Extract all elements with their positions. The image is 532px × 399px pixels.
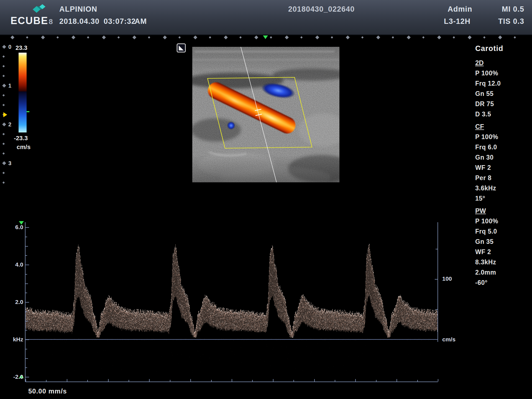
axis-tick: [25, 349, 27, 349]
param-item: 15°: [475, 195, 531, 205]
param-item: -60°: [475, 279, 531, 289]
spectral-axis-label: 4.0: [7, 261, 23, 268]
ruler-tick: [117, 36, 120, 39]
param-item: 8.3kHz: [475, 259, 531, 269]
axis-tick: [149, 379, 150, 382]
spectral-baseline: [25, 339, 438, 340]
param-section-title: PW: [475, 207, 531, 218]
axis-tick: [67, 379, 67, 382]
axis-tick: [25, 274, 27, 275]
ruler-tick: [57, 36, 59, 39]
ruler-tick: [331, 36, 333, 39]
axis-tick: [129, 380, 129, 382]
ruler-tick: [26, 36, 28, 39]
ruler-tick: [71, 35, 75, 39]
axis-tick: [335, 380, 335, 382]
param-item: P 100%: [475, 133, 531, 144]
ruler-tick: [392, 36, 394, 39]
depth-ruler-tick: [2, 75, 5, 77]
axis-tick: [25, 302, 29, 303]
axis-tick: [376, 380, 377, 382]
color-scale-max: 23.3: [16, 44, 27, 52]
depth-ruler-tick: [2, 122, 6, 126]
ruler-tick: [437, 35, 441, 39]
ruler-tick: [422, 36, 424, 39]
study-id: 20180430_022640: [288, 5, 355, 14]
axis-tick: [25, 321, 28, 321]
ruler-tick: [407, 35, 411, 39]
ruler-tick: [300, 36, 303, 39]
mi-value: MI 0.5: [502, 5, 524, 14]
axis-tick: [211, 380, 212, 382]
axis-tick: [355, 379, 356, 382]
depth-label: 1: [8, 83, 11, 89]
depth-ruler-tick: [2, 181, 5, 184]
depth-ruler-tick: [2, 143, 5, 145]
logo-suffix: 8: [49, 17, 53, 26]
param-item: 2.0mm: [475, 269, 531, 279]
spectral-axis-label: 2.0: [7, 299, 23, 305]
active-image-icon[interactable]: [176, 43, 186, 53]
axis-tick: [108, 379, 109, 382]
param-section-title: CF: [475, 123, 531, 133]
axis-tick: [170, 380, 170, 382]
depth-ruler-tick: [2, 55, 5, 58]
axis-tick: [232, 379, 232, 382]
ruler-tick: [87, 36, 89, 39]
param-item: P 100%: [475, 70, 531, 80]
ruler-tick: [315, 35, 319, 39]
ruler-tick: [514, 36, 516, 39]
ruler-tick: [254, 35, 258, 39]
2d-color-doppler-image: [192, 47, 339, 182]
ruler-tick: [270, 36, 272, 39]
axis-tick: [25, 237, 27, 237]
ruler-tick: [453, 36, 455, 39]
preset-label: Carotid: [475, 44, 531, 57]
depth-label: 0: [8, 44, 11, 50]
logo-main: ECUBE: [11, 15, 48, 26]
param-item: Frq 6.0: [475, 144, 531, 154]
param-item: Gn 30: [475, 154, 531, 164]
color-flow-scale: [19, 53, 27, 132]
depth-ruler-tick: [2, 172, 5, 174]
param-item: WF 2: [475, 248, 531, 259]
exam-time: 03:07:32: [104, 17, 136, 26]
ruler-tick: [376, 35, 380, 39]
parameter-panel: Carotid 2DP 100%Frq 12.0Gn 55DR 75D 3.5C…: [475, 44, 531, 289]
axis-tick: [436, 309, 438, 310]
axis-tick: [25, 293, 27, 293]
ruler-tick: [468, 35, 472, 39]
color-scale-min: -23.3: [14, 135, 28, 142]
depth-label: 3: [8, 160, 11, 167]
ruler-tick: [239, 36, 242, 39]
param-item: WF 2: [475, 164, 531, 174]
spectral-bottom-axis: [25, 382, 438, 382]
ruler-tick: [178, 36, 181, 39]
depth-ruler-tick: [2, 152, 5, 155]
ecube-logo-text: ECUBE8: [11, 15, 53, 27]
ruler-tick: [193, 35, 197, 39]
color-scale-warm-gradient: [19, 53, 27, 91]
param-item: P 100%: [475, 218, 531, 228]
wall-filter-tick: [27, 111, 29, 112]
ecube-logo-icon: [30, 3, 49, 15]
param-item: Per 8: [475, 174, 531, 185]
exam-date: 2018.04.30: [59, 17, 99, 26]
spectral-right-axis: [438, 222, 438, 342]
axis-tick: [25, 255, 27, 256]
tis-value: TIS 0.3: [498, 17, 524, 26]
ruler-tick: [132, 35, 136, 39]
exam-meridiem: AM: [135, 17, 147, 26]
spectral-axis-label: kHz: [7, 336, 23, 343]
axis-tick: [314, 379, 315, 382]
axis-tick: [435, 279, 438, 280]
ultrasound-screen: ECUBE8 ALPINION 2018.04.30 03:07:32 AM 2…: [0, 0, 532, 399]
axis-tick: [190, 379, 191, 382]
ruler-tick: [483, 36, 485, 39]
depth-ruler-tick: [2, 104, 5, 106]
axis-tick: [293, 380, 294, 382]
ruler-tick: [41, 35, 45, 39]
depth-ruler-tick: [2, 94, 5, 96]
axis-tick: [25, 377, 29, 377]
ruler-tick: [11, 35, 14, 39]
